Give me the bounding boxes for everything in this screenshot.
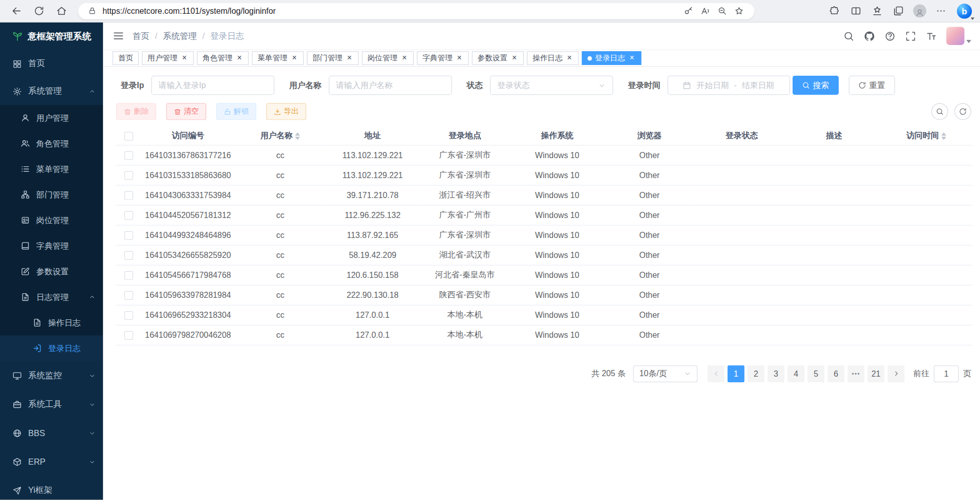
search-icon[interactable]: [843, 30, 855, 41]
sidebar-item-post-mgmt[interactable]: 岗位管理: [0, 207, 103, 233]
sidebar-item-user-mgmt[interactable]: 用户管理: [0, 105, 103, 131]
user-avatar-menu[interactable]: [946, 27, 971, 45]
goto-page-input[interactable]: [934, 365, 959, 382]
sidebar-item-system-monitor[interactable]: 系统监控: [0, 361, 103, 390]
address-bar[interactable]: https://ccnetcore.com:1101/system/log/lo…: [78, 3, 755, 19]
tab-oper-log[interactable]: 操作日志×: [527, 51, 579, 65]
close-tab-icon[interactable]: ×: [400, 54, 408, 62]
table-row[interactable]: 1641044520567181312 cc 112.96.225.132 广东…: [116, 205, 973, 225]
unlock-button[interactable]: 解锁: [216, 103, 256, 120]
sidebar-item-yi-framework[interactable]: Yi框架: [0, 476, 103, 499]
url-text[interactable]: https://ccnetcore.com:1101/system/log/lo…: [102, 6, 680, 15]
bing-sidebar-button[interactable]: b: [955, 2, 974, 20]
close-tab-icon[interactable]: ×: [291, 54, 299, 62]
sidebar-item-menu-mgmt[interactable]: 菜单管理: [0, 156, 103, 182]
close-tab-icon[interactable]: ×: [510, 54, 518, 62]
page-size-select[interactable]: 10条/页: [633, 365, 698, 382]
table-row[interactable]: 1641069652933218304 cc 127.0.0.1 本地-本机 W…: [116, 305, 973, 325]
page-button-4[interactable]: 4: [787, 365, 804, 382]
sort-icon[interactable]: [295, 133, 301, 140]
sidebar-item-log-mgmt[interactable]: 日志管理: [0, 284, 103, 310]
close-tab-icon[interactable]: ×: [456, 54, 463, 62]
add-favorite-star-icon[interactable]: [731, 4, 748, 18]
tab-user-mgmt[interactable]: 用户管理×: [142, 51, 194, 65]
row-checkbox[interactable]: [124, 271, 133, 280]
table-row[interactable]: 1641069798270046208 cc 127.0.0.1 本地-本机 W…: [116, 325, 973, 345]
tab-param-settings[interactable]: 参数设置×: [472, 51, 524, 65]
app-logo[interactable]: 意框架管理系统: [0, 23, 103, 50]
read-aloud-icon[interactable]: [697, 4, 714, 18]
browser-profile-avatar[interactable]: [910, 2, 929, 20]
more-pages-button[interactable]: •••: [847, 365, 864, 382]
page-button-2[interactable]: 2: [748, 365, 764, 382]
close-tab-icon[interactable]: ×: [346, 54, 353, 62]
fullscreen-icon[interactable]: [905, 30, 917, 41]
tab-role-mgmt[interactable]: 角色管理×: [197, 51, 249, 65]
sidebar-item-login-log[interactable]: 登录日志: [0, 336, 103, 361]
reset-button[interactable]: 重置: [848, 76, 894, 95]
row-checkbox[interactable]: [124, 171, 133, 180]
font-size-icon[interactable]: [926, 30, 937, 41]
clear-button[interactable]: 清空: [166, 103, 206, 120]
table-row[interactable]: 1641053426655825920 cc 58.19.42.209 湖北省-…: [116, 245, 973, 265]
next-page-button[interactable]: [887, 365, 904, 382]
browser-home-button[interactable]: [51, 2, 71, 20]
export-button[interactable]: 导出: [266, 103, 306, 120]
row-checkbox[interactable]: [124, 331, 133, 340]
page-button-last[interactable]: 21: [867, 365, 884, 382]
split-screen-icon[interactable]: [846, 2, 865, 20]
sidebar-item-oper-log[interactable]: 操作日志: [0, 310, 103, 335]
page-button-5[interactable]: 5: [807, 365, 824, 382]
browser-back-button[interactable]: [6, 2, 26, 20]
status-select[interactable]: 登录状态: [489, 76, 612, 95]
site-security-lock-icon[interactable]: [85, 5, 99, 16]
favorites-bar-icon[interactable]: [867, 2, 886, 20]
sidebar-item-dict-mgmt[interactable]: 字典管理: [0, 233, 103, 258]
tab-menu-mgmt[interactable]: 菜单管理×: [252, 51, 304, 65]
close-tab-icon[interactable]: ×: [181, 54, 188, 62]
sidebar-item-role-mgmt[interactable]: 角色管理: [0, 131, 103, 156]
collections-icon[interactable]: [889, 2, 908, 20]
row-checkbox[interactable]: [124, 311, 133, 320]
row-checkbox[interactable]: [124, 191, 133, 200]
row-checkbox[interactable]: [124, 251, 133, 259]
table-row[interactable]: 1641044993248464896 cc 113.87.92.165 广东省…: [116, 225, 973, 245]
browser-refresh-button[interactable]: [29, 2, 49, 20]
zoom-out-icon[interactable]: [714, 4, 731, 18]
sort-icon[interactable]: [942, 133, 947, 140]
table-row[interactable]: 1641031533185863680 cc 113.102.129.221 广…: [116, 165, 973, 185]
tab-home[interactable]: 首页: [113, 51, 139, 65]
sidebar-item-system-tools[interactable]: 系统工具: [0, 390, 103, 419]
collapse-sidebar-icon[interactable]: [113, 30, 124, 42]
table-row[interactable]: 1641059633978281984 cc 222.90.130.18 陕西省…: [116, 285, 973, 305]
row-checkbox[interactable]: [124, 211, 133, 220]
row-checkbox[interactable]: [124, 231, 133, 240]
toggle-search-button[interactable]: [931, 103, 948, 120]
sidebar-item-system-mgmt[interactable]: 系统管理: [0, 77, 103, 105]
browser-settings-ellipsis-icon[interactable]: [931, 2, 950, 20]
tab-dept-mgmt[interactable]: 部门管理×: [307, 51, 358, 65]
sidebar-item-home[interactable]: 首页: [0, 50, 103, 78]
login-ip-input[interactable]: [151, 76, 274, 95]
password-key-icon[interactable]: [680, 4, 697, 18]
sidebar-item-erp[interactable]: ERP: [0, 447, 103, 476]
close-tab-icon[interactable]: ×: [236, 54, 243, 62]
tab-post-mgmt[interactable]: 岗位管理×: [362, 51, 414, 65]
delete-button[interactable]: 删除: [116, 103, 156, 120]
tab-login-log[interactable]: 登录日志×: [582, 51, 641, 65]
date-range-picker[interactable]: 开始日期 - 结束日期: [667, 76, 790, 95]
user-name-input[interactable]: [329, 76, 452, 95]
page-button-6[interactable]: 6: [827, 365, 844, 382]
table-row[interactable]: 1641054566717984768 cc 120.6.150.158 河北省…: [116, 265, 973, 285]
row-checkbox[interactable]: [124, 151, 133, 160]
help-icon[interactable]: [884, 30, 896, 41]
page-button-1[interactable]: 1: [728, 365, 744, 382]
tab-dict-mgmt[interactable]: 字典管理×: [417, 51, 468, 65]
page-button-3[interactable]: 3: [768, 365, 784, 382]
select-all-checkbox[interactable]: [124, 132, 133, 141]
sidebar-item-param-settings[interactable]: 参数设置: [0, 258, 103, 284]
row-checkbox[interactable]: [124, 291, 133, 300]
github-icon[interactable]: [864, 30, 875, 41]
table-row[interactable]: 1641043063331753984 cc 39.171.210.78 浙江省…: [116, 185, 973, 205]
refresh-table-button[interactable]: [954, 103, 971, 120]
